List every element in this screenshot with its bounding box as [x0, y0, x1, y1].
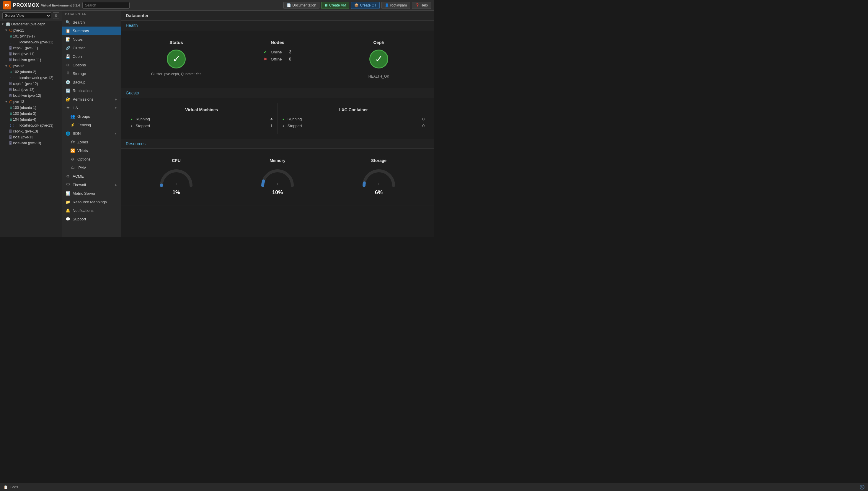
- tree-item-pve12[interactable]: ▼ ⬡ pve-12: [0, 63, 62, 69]
- user-menu-button[interactable]: 👤 root@pam: [382, 2, 410, 9]
- tree-item-locallvm11[interactable]: 🗄 local-lvm (pve-11): [0, 57, 62, 63]
- nav-item-notifications[interactable]: 🔔 Notifications: [62, 206, 121, 215]
- net12-icon: ⋮⋮⋮: [9, 76, 19, 80]
- help-button[interactable]: ❓ Help: [412, 2, 431, 9]
- tree-item-net11[interactable]: ⋮⋮⋮ localnetwork (pve-11): [0, 39, 62, 45]
- storage-nav-icon: 🗄: [65, 71, 70, 76]
- tree-label-net11: localnetwork (pve-11): [20, 40, 53, 44]
- tree-label-vm102: 102 (ubuntu-2): [13, 70, 36, 74]
- nav-item-search[interactable]: 🔍 Search: [62, 18, 121, 27]
- permissions-arrow-icon: ▶: [115, 98, 117, 101]
- tree-item-vm104[interactable]: 🖥 104 (ubuntu-4): [0, 117, 62, 122]
- cpu-percent: 1%: [172, 190, 180, 196]
- pve11-icon: ⬡: [9, 28, 12, 32]
- local12-icon: 🗄: [9, 88, 12, 91]
- create-ct-label: Create CT: [360, 3, 376, 7]
- expand-pve11: ▼: [5, 29, 8, 32]
- sdn-options-nav-icon: ⚙: [70, 157, 75, 162]
- tree-item-net12[interactable]: ⋮⋮⋮ localnetwork (pve-12): [0, 75, 62, 81]
- nav-label-vnets: VNets: [77, 148, 88, 153]
- acme-nav-icon: ⚙: [65, 174, 70, 178]
- server-view-select[interactable]: Server View: [2, 12, 51, 19]
- nav-item-cluster[interactable]: 🔗 Cluster: [62, 44, 121, 52]
- documentation-label: Documentation: [292, 3, 316, 7]
- metric-server-nav-icon: 📊: [65, 191, 70, 196]
- tree-item-vm101[interactable]: 🖥 101 (win19-1): [0, 33, 62, 39]
- help-label: Help: [420, 3, 428, 7]
- nav-item-vnets[interactable]: 🔀 VNets: [62, 146, 121, 155]
- nav-label-ceph: Ceph: [73, 54, 82, 59]
- tree-item-locallvm13[interactable]: 🗄 local-lvm (pve-13): [0, 140, 62, 146]
- tree-item-locallvm12[interactable]: 🗄 local-lvm (pve-12): [0, 93, 62, 98]
- tree-label-pve11: pve-11: [13, 28, 24, 32]
- tree-label-local11: local (pve-11): [13, 52, 34, 56]
- tree-label-net13: localnetwork (pve-13): [20, 123, 53, 127]
- vm103-icon: 🖥: [9, 112, 12, 115]
- nav-item-ceph[interactable]: 💾 Ceph: [62, 52, 121, 61]
- tree-item-pve13[interactable]: ▼ ⬡ pve-13: [0, 98, 62, 105]
- tree-label-ceph11: ceph-1 (pve-11): [13, 46, 38, 50]
- nav-item-summary[interactable]: 📋 Summary: [62, 27, 121, 35]
- nav-item-resource-mappings[interactable]: 📁 Resource Mappings: [62, 198, 121, 206]
- nav-label-summary: Summary: [73, 29, 89, 33]
- nav-item-zones[interactable]: 🗺 Zones: [62, 138, 121, 146]
- nav-item-options[interactable]: ⚙ Options: [62, 61, 121, 69]
- memory-gauge: |: [260, 167, 295, 187]
- tree-item-vm103[interactable]: 🖥 103 (ubuntu-3): [0, 111, 62, 117]
- tree-label-vm103: 103 (ubuntu-3): [13, 112, 36, 116]
- local11-icon: 🗄: [9, 52, 12, 56]
- vm-stopped-dot-icon: ●: [131, 124, 133, 128]
- tree-item-local11[interactable]: 🗄 local (pve-11): [0, 51, 62, 57]
- nav-item-ha[interactable]: ❤ HA ▼: [62, 104, 121, 112]
- tree-item-ceph13[interactable]: 🗄 ceph-1 (pve-13): [0, 128, 62, 134]
- nav-item-backup[interactable]: 💿 Backup: [62, 78, 121, 86]
- guests-vm-col: Virtual Machines ● Running 4 ● Stopped 1: [126, 103, 278, 134]
- storage-gauge: |: [361, 167, 396, 187]
- tree-item-ceph11[interactable]: 🗄 ceph-1 (pve-11): [0, 45, 62, 51]
- nav-item-sdn-options[interactable]: ⚙ Options: [62, 155, 121, 164]
- create-vm-label: Create VM: [329, 3, 346, 7]
- ha-nav-icon: ❤: [65, 106, 70, 110]
- vm101-icon: 🖥: [9, 34, 12, 38]
- nav-section-label: Datacenter: [62, 11, 121, 18]
- nav-item-permissions[interactable]: 🔐 Permissions ▶: [62, 95, 121, 104]
- tree-item-ceph12[interactable]: 🗄 ceph-1 (pve-12): [0, 81, 62, 87]
- create-vm-button[interactable]: 🖥 Create VM: [321, 2, 349, 9]
- tree-item-pve11[interactable]: ▼ ⬡ pve-11: [0, 27, 62, 33]
- tree-item-datacenter[interactable]: ▼ 🏢 Datacenter (pve-ceph): [0, 21, 62, 27]
- top-search-input[interactable]: [82, 2, 130, 8]
- fencing-nav-icon: ⚡: [70, 123, 75, 127]
- documentation-button[interactable]: 📄 Documentation: [283, 2, 319, 9]
- nav-item-sdn[interactable]: 🌐 SDN ▼: [62, 129, 121, 138]
- user-icon: 👤: [385, 3, 389, 7]
- nav-item-support[interactable]: 💬 Support: [62, 215, 121, 223]
- content-area: Datacenter Health Status ✓ Cluster: pve-…: [121, 11, 434, 237]
- nav-item-storage[interactable]: 🗄 Storage: [62, 69, 121, 78]
- nav-item-ipam[interactable]: 🗂 IPAM: [62, 164, 121, 172]
- tree-item-net13[interactable]: ⋮⋮⋮ localnetwork (pve-13): [0, 122, 62, 128]
- nav-item-firewall[interactable]: 🛡 Firewall ▶: [62, 181, 121, 189]
- nav-item-metric-server[interactable]: 📊 Metric Server: [62, 189, 121, 198]
- notes-nav-icon: 📝: [65, 37, 70, 41]
- nav-item-fencing[interactable]: ⚡ Fencing: [62, 121, 121, 129]
- nav-item-replication[interactable]: 🔄 Replication: [62, 86, 121, 95]
- lxc-running-label: Running: [287, 117, 302, 121]
- tree-item-vm102[interactable]: 🖥 102 (ubuntu-2): [0, 69, 62, 75]
- nav-label-ha: HA: [73, 106, 78, 110]
- ipam-nav-icon: 🗂: [70, 166, 75, 170]
- tree-label-locallvm12: local-lvm (pve-12): [13, 93, 41, 98]
- tree-item-vm100[interactable]: 🖥 100 (ubuntu-1): [0, 105, 62, 111]
- tree-item-local13[interactable]: 🗄 local (pve-13): [0, 134, 62, 140]
- vm-stopped-label: Stopped: [136, 124, 150, 128]
- nav-item-notes[interactable]: 📝 Notes: [62, 35, 121, 44]
- sdn-arrow-icon: ▼: [114, 132, 117, 135]
- tree-label-local13: local (pve-13): [13, 135, 34, 139]
- tree-gear-button[interactable]: ⚙: [53, 12, 59, 19]
- tree-item-local12[interactable]: 🗄 local (pve-12): [0, 87, 62, 93]
- create-ct-button[interactable]: 📦 Create CT: [351, 2, 380, 9]
- resource-cpu-col: CPU | 1%: [126, 153, 227, 200]
- online-label: Online: [271, 50, 282, 54]
- nav-item-acme[interactable]: ⚙ ACME: [62, 172, 121, 181]
- nav-item-groups[interactable]: 👥 Groups: [62, 112, 121, 121]
- resources-section: Resources CPU | 1% Me: [121, 139, 434, 205]
